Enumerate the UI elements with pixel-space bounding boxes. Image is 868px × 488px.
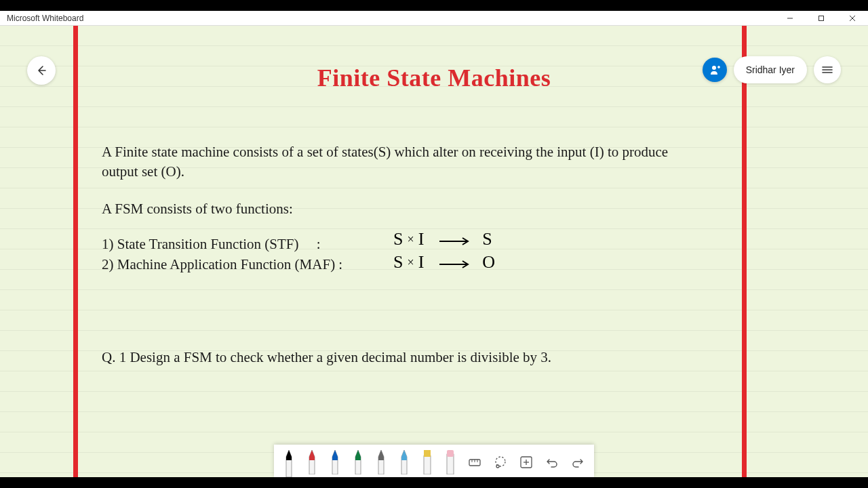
- letterbox-bottom: [0, 477, 868, 488]
- svg-rect-1: [819, 16, 824, 21]
- formula-symbol: S: [393, 229, 405, 249]
- pen-lightblue[interactable]: [395, 447, 414, 474]
- close-button[interactable]: [837, 11, 868, 26]
- svg-rect-16: [378, 457, 384, 460]
- minimize-button[interactable]: [774, 11, 806, 26]
- letterbox-top: [0, 0, 868, 11]
- svg-rect-12: [286, 457, 292, 460]
- maximize-button[interactable]: [806, 11, 837, 26]
- ruler-tool[interactable]: [464, 450, 486, 474]
- times-symbol: ×: [405, 232, 418, 246]
- svg-rect-20: [447, 450, 454, 457]
- eraser-tool[interactable]: [441, 447, 460, 474]
- formula-symbol: I: [418, 229, 427, 249]
- formula-symbol: S: [393, 252, 405, 272]
- margin-line-right: [742, 26, 747, 477]
- redo-button[interactable]: [567, 450, 589, 474]
- svg-rect-17: [401, 457, 407, 460]
- svg-rect-19: [447, 454, 454, 474]
- arrow-right-icon: [438, 253, 471, 274]
- svg-rect-18: [424, 450, 431, 457]
- pen-black[interactable]: [279, 447, 298, 474]
- svg-rect-14: [332, 457, 338, 460]
- pen-gray[interactable]: [372, 447, 391, 474]
- margin-line-left: [73, 26, 78, 477]
- paragraph-functions-intro: A FSM consists of two functions:: [102, 199, 293, 219]
- arrow-right-icon: [438, 230, 471, 251]
- titlebar: Microsoft Whiteboard: [0, 11, 868, 26]
- formula-stf: S×I S: [393, 229, 494, 251]
- app-title: Microsoft Whiteboard: [7, 14, 83, 23]
- formula-maf: S×I O: [393, 252, 497, 274]
- add-tool[interactable]: [515, 450, 537, 474]
- times-symbol: ×: [405, 256, 418, 269]
- list-item-stf: 1) State Transition Function (STF) :: [102, 235, 321, 254]
- lasso-tool[interactable]: [490, 450, 511, 474]
- formula-symbol: O: [482, 252, 497, 272]
- whiteboard-canvas[interactable]: Sridhar Iyer Finite State Machines A Fin…: [0, 26, 868, 477]
- highlighter-yellow[interactable]: [418, 447, 437, 474]
- svg-rect-13: [309, 457, 315, 460]
- list-item-maf: 2) Machine Application Function (MAF) :: [102, 255, 342, 274]
- svg-point-26: [496, 465, 499, 468]
- formula-symbol: S: [482, 229, 494, 249]
- paragraph-definition: A Finite state machine consists of a set…: [102, 142, 685, 182]
- pen-blue[interactable]: [326, 447, 344, 474]
- undo-button[interactable]: [541, 450, 563, 474]
- question-text: Q. 1 Design a FSM to check whether a giv…: [102, 348, 712, 367]
- window-controls: [774, 11, 868, 26]
- board-heading: Finite State Machines: [0, 64, 868, 92]
- pen-green[interactable]: [349, 447, 368, 474]
- pen-red[interactable]: [302, 447, 321, 474]
- formula-symbol: I: [418, 252, 427, 272]
- svg-rect-15: [355, 457, 361, 460]
- pen-toolbar: [274, 445, 594, 477]
